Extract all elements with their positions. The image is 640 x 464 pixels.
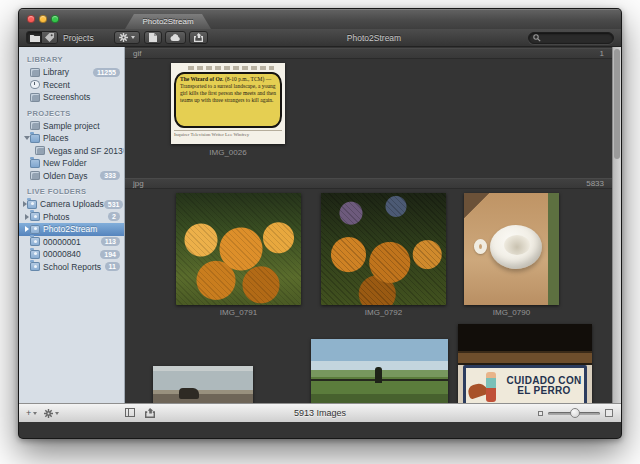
title-bar[interactable]: Photo2Stream [19, 9, 621, 29]
image-count-label: 5913 Images [19, 408, 621, 418]
thumbnail-img-0792[interactable] [321, 193, 446, 305]
zoom-in-icon[interactable] [605, 409, 613, 417]
newspaper-clipping: The Wizard of Oz. (8-10 p.m., TCM) — Tra… [174, 72, 282, 128]
folder-icon [30, 159, 40, 168]
project-icon [30, 171, 40, 180]
projects-view-button[interactable] [27, 32, 42, 43]
thumbnail-panorama-small[interactable] [153, 366, 253, 403]
toolbar: Projects Photo2Stream [19, 29, 621, 47]
count-badge: 11255 [93, 68, 120, 77]
teacup-opening [504, 235, 530, 255]
clipping-byline: Inquirer Television Writer Lee Winfrey [174, 130, 282, 137]
live-folder-icon [30, 212, 40, 221]
disclosure-open-icon[interactable] [23, 136, 30, 140]
sidebar-item-olden-days[interactable]: Olden Days 333 [19, 170, 124, 183]
sidebar-item-school-reports[interactable]: School Reports 11 [19, 261, 124, 274]
sidebar-item-recent[interactable]: Recent [19, 79, 124, 92]
sidebar-item-sample-project[interactable]: Sample project [19, 120, 124, 133]
clipping-cropped-text [188, 66, 274, 70]
sidebar-item-library[interactable]: Library 11255 [19, 66, 124, 79]
thumbnail-img-0791[interactable] [176, 193, 301, 305]
thumbnail-img-0790[interactable] [464, 193, 559, 305]
share-button[interactable] [189, 31, 208, 44]
group-header-jpg: jpg 5833 [125, 178, 612, 189]
library-icon [30, 68, 40, 77]
sidebar-item-vegas-and-sf-2013[interactable]: Vegas and SF 2013 157 [19, 145, 124, 158]
section-header-library: LIBRARY [19, 50, 124, 66]
project-icon [30, 121, 40, 130]
group-name: jpg [133, 179, 144, 188]
sidebar-item-photos[interactable]: Photos 2 [19, 211, 124, 224]
tab-title: Photo2Stream [142, 17, 193, 26]
new-document-button[interactable] [144, 31, 162, 44]
document-icon [149, 33, 157, 42]
gear-icon [119, 33, 128, 42]
app-window: Photo2Stream Projects [18, 8, 622, 439]
warning-sign: CUIDADO CON EL PERRO [463, 365, 587, 403]
tab-photo2stream[interactable]: Photo2Stream [125, 14, 211, 29]
tag-icon [45, 33, 54, 42]
status-bar: + 5913 Images [19, 403, 621, 422]
section-header-projects: PROJECTS [19, 104, 124, 120]
photo-caption: IMG_0792 [321, 308, 446, 317]
disclosure-closed-icon[interactable] [23, 226, 30, 232]
search-icon [533, 34, 541, 42]
clipping-headline: The Wizard of Oz. [180, 76, 224, 82]
group-count: 1 [600, 49, 604, 58]
zoom-window-button[interactable] [51, 15, 59, 23]
photo-caption: IMG_0791 [176, 308, 301, 317]
sidebar: LIBRARY Library 11255 Recent Screenshots… [19, 47, 125, 403]
live-folder-icon [30, 225, 40, 234]
sidebar-item-screenshots[interactable]: Screenshots [19, 91, 124, 104]
silhouette-graphic [179, 388, 199, 399]
group-count: 5833 [586, 179, 604, 188]
cloud-upload-button[interactable] [165, 31, 186, 44]
count-badge: 194 [100, 250, 120, 259]
photo-grid: gif 1 The Wizard of Oz. (8-10 p.m., TCM)… [125, 47, 621, 403]
group-name: gif [133, 49, 141, 58]
projects-label: Projects [63, 33, 94, 43]
disclosure-closed-icon[interactable] [23, 214, 30, 220]
man-graphic [486, 372, 496, 402]
photo-caption: IMG_0026 [171, 148, 285, 157]
view-mode-segmented-control [26, 31, 58, 44]
action-menu-button[interactable] [114, 31, 140, 44]
figure-graphic [375, 367, 382, 383]
scrollbar-thumb[interactable] [614, 49, 620, 159]
close-window-button[interactable] [27, 15, 35, 23]
sidebar-item-00000840[interactable]: 00000840 194 [19, 248, 124, 261]
teacup-graphic [490, 225, 542, 269]
sidebar-item-new-folder[interactable]: New Folder [19, 157, 124, 170]
share-icon [194, 33, 203, 42]
sidebar-item-00000001[interactable]: 00000001 113 [19, 236, 124, 249]
project-icon [35, 146, 45, 155]
sidebar-item-places[interactable]: Places [19, 132, 124, 145]
count-badge: 333 [100, 171, 120, 180]
count-badge: 11 [105, 262, 120, 271]
sign-text: CUIDADO CON EL PERRO [506, 376, 584, 396]
count-badge: 2 [108, 212, 120, 221]
live-folder-icon [30, 262, 40, 271]
window-controls [27, 15, 59, 23]
teacup-handle [474, 239, 487, 254]
sidebar-item-camera-uploads[interactable]: Camera Uploads 531 [19, 198, 124, 211]
section-header-live-folders: LIVE FOLDERS [19, 182, 124, 198]
thumbnail-img-0026[interactable]: The Wizard of Oz. (8-10 p.m., TCM) — Tra… [171, 63, 285, 144]
minimize-window-button[interactable] [39, 15, 47, 23]
sidebar-item-photo2stream[interactable]: Photo2Stream [19, 223, 124, 236]
thumbnail-panorama-large[interactable] [311, 339, 448, 403]
clock-icon [30, 80, 40, 89]
group-header-gif: gif 1 [125, 48, 612, 59]
zoom-slider[interactable] [548, 412, 600, 415]
zoom-out-icon[interactable] [538, 411, 543, 416]
clipping-meta: (8-10 p.m., TCM) [225, 76, 264, 82]
vertical-scrollbar[interactable] [612, 47, 621, 403]
screenshots-icon [30, 93, 40, 102]
toolbar-button-group [144, 31, 208, 44]
search-field[interactable] [528, 32, 614, 44]
live-folder-icon [30, 237, 40, 246]
search-input[interactable] [541, 33, 605, 42]
zoom-slider-knob[interactable] [570, 408, 580, 418]
thumbnail-dog-sign[interactable]: CUIDADO CON EL PERRO [458, 324, 592, 403]
tags-view-button[interactable] [42, 32, 57, 43]
